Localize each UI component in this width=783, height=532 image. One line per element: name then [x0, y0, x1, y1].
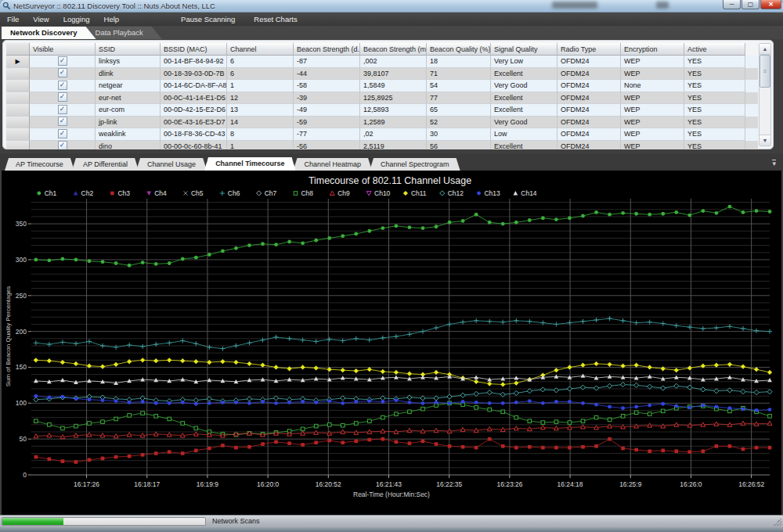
menu-item-help[interactable]: Help — [97, 14, 127, 24]
chart-tab-channel-timecourse[interactable]: Channel Timecourse — [204, 157, 295, 171]
row-selector[interactable] — [6, 104, 30, 117]
svg-text:350: 350 — [16, 220, 27, 228]
tab-data-playback[interactable]: Data Playback — [87, 27, 162, 39]
column-header-visible[interactable]: Visible — [30, 43, 96, 56]
cell-bssid: 00-14-BF-84-94-92 — [161, 56, 227, 68]
cell-signal: Very Low — [491, 56, 557, 68]
cell-channel: 1 — [227, 80, 294, 92]
cell-encryption: WEP — [621, 104, 684, 117]
row-selector[interactable] — [6, 141, 30, 150]
series-ch1 — [34, 205, 771, 268]
chart-tab-strip: AP TimecourseAP DifferentialChannel Usag… — [0, 153, 783, 171]
chart-tab-ap-timecourse[interactable]: AP Timecourse — [5, 158, 74, 171]
menu-bar: FileViewLoggingHelp Pause ScanningReset … — [0, 13, 783, 26]
minimize-button[interactable]: ─ — [723, 0, 741, 9]
legend-item-ch12: Ch12 — [440, 189, 464, 197]
table-scrollbar[interactable]: ▲ ≡ ▼ — [759, 43, 771, 146]
legend-item-ch2: Ch2 — [74, 189, 94, 197]
row-selector[interactable] — [6, 128, 30, 141]
column-header-encryption[interactable]: Encryption — [621, 43, 684, 56]
title-bar[interactable]: NetSurveyor :: 802.11 Discovery Tool :: … — [0, 0, 783, 13]
cell-encryption: WEP — [621, 117, 684, 129]
table-row[interactable]: ✓eur-net00-0C-41-14-E1-D512-39125,892577… — [6, 92, 758, 105]
series-ch12 — [34, 382, 772, 403]
menu-item-file[interactable]: File — [0, 14, 26, 24]
svg-text:Ch11: Ch11 — [411, 189, 427, 197]
row-selector[interactable] — [6, 80, 30, 92]
close-button[interactable]: ✕ — [760, 0, 781, 9]
chart-tab-channel-heatmap[interactable]: Channel Heatmap — [294, 158, 373, 171]
legend-item-ch9: Ch9 — [330, 189, 350, 197]
table-header-row: VisibleSSIDBSSID (MAC)ChannelBeacon Stre… — [6, 43, 758, 56]
svg-text:150: 150 — [16, 363, 27, 371]
row-selector[interactable] — [6, 92, 30, 105]
row-selector[interactable] — [6, 117, 30, 129]
scroll-down-icon[interactable]: ▼ — [760, 135, 770, 146]
column-header-beacon-strength-m[interactable]: Beacon Strength (m... — [360, 43, 427, 56]
table-row[interactable]: ✓dino00-00-0c-60-8b-411-562,511956Excell… — [6, 141, 758, 150]
cell-strength_dbm: -59 — [294, 117, 360, 129]
collapse-chart-panel-icon[interactable]: ▾ — [772, 160, 776, 167]
cell-active: YES — [684, 117, 745, 129]
cell-channel: 6 — [227, 68, 294, 81]
visible-checkbox[interactable]: ✓ — [58, 56, 67, 66]
cell-radio: OFDM24 — [557, 92, 621, 105]
visible-checkbox[interactable]: ✓ — [58, 68, 67, 77]
table-row[interactable]: ▶✓linksys00-14-BF-84-94-926-87,00218Very… — [6, 56, 758, 68]
cell-channel: 1 — [227, 141, 294, 150]
cell-encryption: WEP — [621, 56, 684, 68]
column-header-channel[interactable]: Channel — [227, 43, 294, 56]
x-axis-title: Real-Time (Hour:Min:Sec) — [353, 491, 430, 498]
svg-text:Ch12: Ch12 — [448, 189, 464, 197]
menu-action-reset-charts[interactable]: Reset Charts — [244, 14, 306, 24]
column-header-active[interactable]: Active — [684, 43, 745, 56]
scrollbar-thumb[interactable]: ≡ — [760, 55, 770, 88]
visible-checkbox[interactable]: ✓ — [58, 92, 67, 102]
column-header-beacon-strength-d[interactable]: Beacon Strength (d... — [294, 43, 360, 56]
visible-checkbox[interactable]: ✓ — [58, 105, 67, 114]
cell-encryption: WEP — [621, 141, 684, 150]
resize-grip[interactable] — [774, 518, 781, 526]
chart-tab-channel-usage[interactable]: Channel Usage — [136, 158, 207, 171]
column-header-bssid-mac[interactable]: BSSID (MAC) — [161, 43, 227, 56]
table-row[interactable]: ✓weaklink00-18-F8-36-CD-438-77,0230LowOF… — [6, 128, 758, 141]
cell-strength_mw: 1,2589 — [360, 117, 427, 129]
table-row[interactable]: ✓netgear00-14-6C-DA-8F-A81-581,584954Ver… — [6, 80, 758, 92]
chart-title: Timecourse of 802.11 Channel Usage — [309, 175, 471, 186]
visible-checkbox[interactable]: ✓ — [58, 141, 67, 149]
visible-checkbox[interactable]: ✓ — [58, 117, 67, 126]
visible-checkbox[interactable]: ✓ — [58, 129, 67, 138]
scroll-up-icon[interactable]: ▲ — [760, 44, 770, 55]
menu-action-pause-scanning[interactable]: Pause Scanning — [171, 14, 244, 24]
svg-text:16:20:52: 16:20:52 — [316, 480, 341, 488]
column-header-radio-type[interactable]: Radio Type — [557, 43, 621, 56]
status-label: Network Scans — [212, 517, 260, 525]
svg-text:Ch14: Ch14 — [521, 189, 536, 197]
maximize-button[interactable]: ▢ — [742, 0, 760, 9]
cell-visible: ✓ — [30, 80, 96, 92]
table-row[interactable]: ✓dlink00-18-39-03-0D-7B6-4439,810771Exce… — [6, 68, 758, 81]
menu-item-view[interactable]: View — [26, 14, 56, 24]
cell-bssid: 00-00-0c-60-8b-41 — [161, 141, 227, 150]
column-header-ssid[interactable]: SSID — [96, 43, 161, 56]
cell-strength_mw: ,002 — [360, 56, 427, 68]
table-row[interactable]: ✓eur-com00-0D-42-15-E2-D613-4912,589365E… — [6, 104, 758, 117]
background-window-blur — [656, 2, 669, 9]
menu-item-logging[interactable]: Logging — [56, 14, 97, 24]
visible-checkbox[interactable]: ✓ — [58, 81, 67, 90]
row-selector[interactable]: ▶ — [6, 56, 30, 68]
table-row[interactable]: ✓jp-link00-0E-43-16-E3-D714-591,258952Ve… — [6, 117, 758, 129]
chart-tab-channel-spectrogram[interactable]: Channel Spectrogram — [370, 158, 460, 171]
legend-item-ch11: Ch11 — [403, 189, 427, 197]
menu-actions: Pause ScanningReset Charts — [171, 14, 307, 24]
column-header-signal-quality[interactable]: Signal Quality — [491, 43, 557, 56]
tab-network-discovery[interactable]: Network Discovery — [2, 27, 96, 39]
column-header-beacon-quality[interactable]: Beacon Quality (%) — [427, 43, 491, 56]
cell-strength_mw: 125,8925 — [360, 92, 427, 105]
legend-item-ch4: Ch4 — [146, 189, 167, 197]
cell-active: YES — [684, 68, 745, 81]
chart-tab-ap-differential[interactable]: AP Differential — [72, 158, 139, 171]
row-selector[interactable] — [6, 68, 30, 81]
cell-ssid: weaklink — [96, 128, 161, 141]
cell-radio: OFDM24 — [557, 117, 621, 129]
